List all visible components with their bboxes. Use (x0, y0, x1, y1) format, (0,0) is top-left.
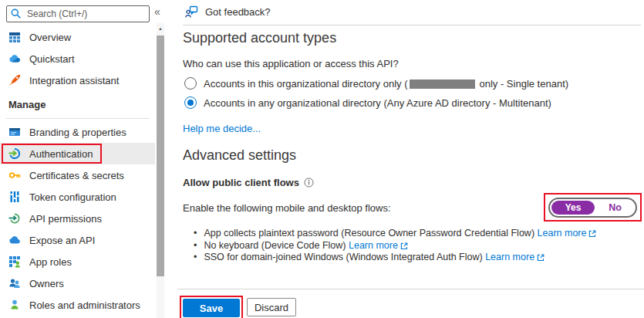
integration-assistant-icon (8, 74, 21, 86)
collapse-sidebar-icon[interactable]: « (154, 5, 160, 18)
radio-label-text: only - Single tenant) (479, 78, 568, 90)
sidebar-search (6, 5, 150, 22)
app-roles-icon (8, 255, 21, 268)
sidebar-item-label: Branding & properties (29, 127, 126, 138)
bullet-text: App collects plaintext password (Resourc… (204, 228, 534, 238)
external-link-icon[interactable] (536, 253, 545, 262)
sidebar-item-label: Roles and administrators (29, 299, 140, 311)
external-link-icon[interactable] (588, 229, 596, 238)
sidebar-divider (6, 118, 149, 119)
sidebar-item-label: App roles (29, 256, 72, 268)
save-button[interactable]: Save (183, 299, 240, 317)
toolbar-divider (183, 25, 641, 25)
sidebar-item-quickstart[interactable]: Quickstart (0, 48, 155, 69)
radio-button-unselected[interactable] (184, 77, 197, 90)
overview-icon (8, 31, 21, 43)
annotation-box-save: Save (180, 296, 243, 318)
allow-public-client-flows-label: Allow public client flows (183, 177, 314, 188)
token-configuration-icon (8, 191, 21, 203)
redacted-tenant-name (410, 80, 475, 89)
sidebar-nav: Overview Quickstart Integration assistan… (0, 26, 155, 316)
footer-divider (177, 289, 644, 289)
list-item: • No keyboard (Device Code Flow) Learn m… (194, 240, 596, 252)
radio-multitenant-label: Accounts in any organizational directory… (204, 97, 551, 109)
bullet-content: No keyboard (Device Code Flow) Learn mor… (204, 240, 408, 252)
got-feedback-button[interactable]: Got feedback? (185, 5, 271, 19)
feedback-icon (185, 5, 198, 19)
sidebar-item-integration-assistant[interactable]: Integration assistant (0, 69, 155, 91)
sidebar-item-label: Integration assistant (29, 75, 119, 86)
advanced-settings-heading: Advanced settings (183, 147, 296, 164)
list-item: • App collects plaintext password (Resou… (194, 228, 596, 240)
learn-more-link[interactable]: Learn more (485, 252, 534, 262)
app-registration-authentication-page: « Overview Quickstart (0, 0, 644, 318)
public-client-flows-toggle[interactable]: Yes No (548, 198, 637, 218)
key-icon (8, 169, 21, 181)
sidebar-item-label: Certificates & secrets (29, 170, 124, 181)
radio-single-tenant[interactable]: Accounts in this organizational director… (184, 76, 568, 90)
bullet-marker: • (194, 228, 197, 240)
sidebar-item-app-roles[interactable]: App roles (0, 251, 155, 272)
radio-multitenant[interactable]: Accounts in any organizational directory… (184, 96, 551, 110)
branding-icon (8, 126, 21, 138)
got-feedback-label: Got feedback? (205, 6, 271, 18)
sidebar-scrollbar[interactable]: ▲ (157, 23, 164, 318)
enable-flows-label: Enable the following mobile and desktop … (183, 202, 391, 214)
bullet-content: App collects plaintext password (Resourc… (204, 228, 596, 240)
sidebar-item-roles-and-administrators[interactable]: Roles and administrators (0, 294, 155, 316)
radio-single-tenant-label: Accounts in this organizational director… (204, 78, 568, 90)
learn-more-link[interactable]: Learn more (538, 228, 587, 238)
owners-icon (8, 277, 21, 289)
supported-account-types-heading: Supported account types (183, 30, 336, 46)
sidebar-item-api-permissions[interactable]: API permissions (0, 208, 155, 229)
sidebar-item-certificates-secrets[interactable]: Certificates & secrets (0, 164, 155, 186)
bullet-content: SSO for domain-joined Windows (Windows I… (204, 252, 545, 264)
sidebar-item-label: Token configuration (29, 191, 116, 203)
search-icon (10, 8, 22, 20)
flows-bullet-list: • App collects plaintext password (Resou… (194, 228, 596, 264)
sidebar-item-label: Expose an API (29, 235, 95, 246)
sidebar-item-overview[interactable]: Overview (0, 26, 155, 48)
list-item: • SSO for domain-joined Windows (Windows… (194, 252, 596, 264)
toggle-yes-option[interactable]: Yes (551, 201, 595, 215)
allow-public-client-flows-text: Allow public client flows (183, 177, 299, 188)
sidebar: « Overview Quickstart (0, 0, 164, 318)
sidebar-item-token-configuration[interactable]: Token configuration (0, 186, 155, 208)
scrollbar-up-icon[interactable]: ▲ (157, 23, 164, 33)
info-icon[interactable] (304, 178, 314, 188)
roles-administrators-icon (8, 299, 21, 311)
bullet-marker: • (194, 240, 197, 252)
sidebar-item-expose-an-api[interactable]: Expose an API (0, 229, 155, 251)
sidebar-item-label: Quickstart (29, 53, 75, 65)
quickstart-icon (8, 52, 21, 65)
external-link-icon[interactable] (400, 242, 408, 250)
authentication-icon (8, 147, 21, 160)
cloud-icon (8, 234, 21, 246)
sidebar-item-label: Owners (29, 278, 64, 289)
radio-button-selected[interactable] (184, 96, 197, 109)
sidebar-item-owners[interactable]: Owners (0, 272, 155, 294)
discard-button[interactable]: Discard (247, 298, 296, 316)
toggle-no-option[interactable]: No (595, 202, 636, 213)
sidebar-item-label: API permissions (29, 213, 102, 225)
bullet-text: No keyboard (Device Code Flow) (204, 240, 346, 251)
sidebar-item-authentication[interactable]: Authentication (0, 143, 155, 164)
who-can-use-question: Who can use this application or access t… (183, 58, 399, 69)
learn-more-link[interactable]: Learn more (349, 240, 398, 251)
sidebar-item-label: Authentication (29, 148, 93, 160)
help-me-decide-label[interactable]: Help me decide... (183, 123, 261, 134)
search-input[interactable] (6, 5, 150, 22)
help-me-decide-link[interactable]: Help me decide... (183, 123, 261, 134)
sidebar-item-branding-properties[interactable]: Branding & properties (0, 121, 155, 143)
sidebar-item-label: Overview (29, 32, 71, 43)
radio-label-text: Accounts in this organizational director… (204, 78, 407, 90)
bullet-text: SSO for domain-joined Windows (Windows I… (204, 252, 482, 262)
sidebar-section-manage: Manage (0, 96, 155, 114)
scrollbar-thumb[interactable] (157, 36, 164, 276)
api-permissions-icon (8, 212, 21, 225)
bullet-marker: • (194, 252, 197, 264)
